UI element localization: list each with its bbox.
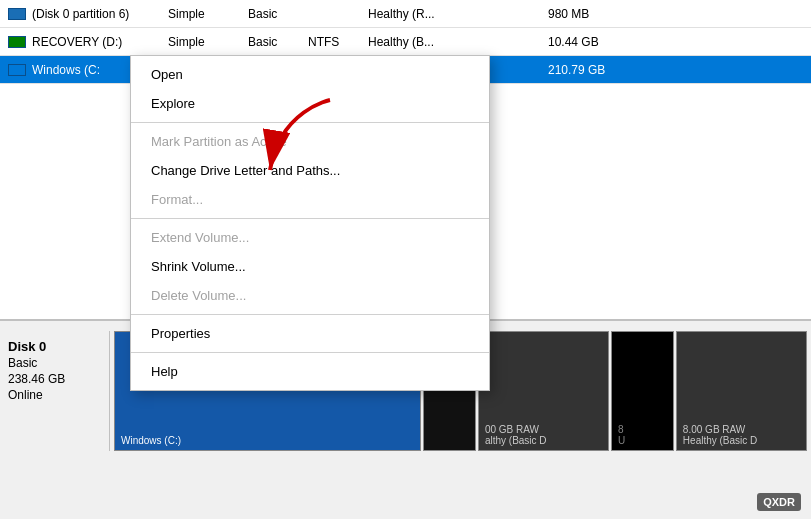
menu-item-shrink[interactable]: Shrink Volume... [131, 252, 489, 281]
menu-item-explore[interactable]: Explore [131, 89, 489, 118]
menu-item-change-drive[interactable]: Change Drive Letter and Paths... [131, 156, 489, 185]
col-type: Basic [248, 35, 308, 49]
col-capacity: 980 MB [548, 7, 628, 21]
partition-label: 00 GB RAW [485, 424, 602, 435]
menu-separator-2 [131, 218, 489, 219]
menu-item-format: Format... [131, 185, 489, 214]
disk-icon [8, 64, 26, 76]
menu-item-extend: Extend Volume... [131, 223, 489, 252]
watermark: QXDR [757, 493, 801, 511]
row-name: RECOVERY (D:) [32, 35, 122, 49]
menu-item-help[interactable]: Help [131, 357, 489, 386]
menu-separator [131, 122, 489, 123]
disk-icon [8, 36, 26, 48]
partition-label: 8.00 GB RAW [683, 424, 800, 435]
partition-raw1: 00 GB RAW althy (Basic D [478, 331, 609, 451]
disk-size: 238.46 GB [8, 372, 101, 386]
col-type: Basic [248, 7, 308, 21]
context-menu: Open Explore Mark Partition as Active Ch… [130, 55, 490, 391]
partition-label: Windows (C:) [121, 435, 414, 446]
col-layout: Simple [168, 7, 248, 21]
partition-sublabel: Healthy (Basic D [683, 435, 800, 446]
row-name: Windows (C: [32, 63, 100, 77]
disk-icon [8, 8, 26, 20]
col-status: Healthy (R... [368, 7, 548, 21]
menu-item-mark-partition: Mark Partition as Active [131, 127, 489, 156]
menu-separator-3 [131, 314, 489, 315]
menu-separator-4 [131, 352, 489, 353]
partition-sublabel: althy (Basic D [485, 435, 602, 446]
disk-status: Online [8, 388, 101, 402]
table-row: (Disk 0 partition 6) Simple Basic Health… [0, 0, 811, 28]
col-capacity: 210.79 GB [548, 63, 628, 77]
partition-unalloc: 8 U [611, 331, 674, 451]
disk-layout: Basic [8, 356, 101, 370]
disk-name: Disk 0 [8, 339, 101, 354]
table-row: RECOVERY (D:) Simple Basic NTFS Healthy … [0, 28, 811, 56]
col-fs: NTFS [308, 35, 368, 49]
col-name: (Disk 0 partition 6) [8, 7, 168, 21]
col-layout: Simple [168, 35, 248, 49]
menu-item-properties[interactable]: Properties [131, 319, 489, 348]
partition-sublabel: U [618, 435, 667, 446]
partition-label: 8 [618, 424, 667, 435]
row-name: (Disk 0 partition 6) [32, 7, 129, 21]
col-name: RECOVERY (D:) [8, 35, 168, 49]
disk-label: Disk 0 Basic 238.46 GB Online [0, 331, 110, 451]
col-status: Healthy (B... [368, 35, 548, 49]
partition-raw2: 8.00 GB RAW Healthy (Basic D [676, 331, 807, 451]
menu-item-delete: Delete Volume... [131, 281, 489, 310]
menu-item-open[interactable]: Open [131, 60, 489, 89]
col-capacity: 10.44 GB [548, 35, 628, 49]
